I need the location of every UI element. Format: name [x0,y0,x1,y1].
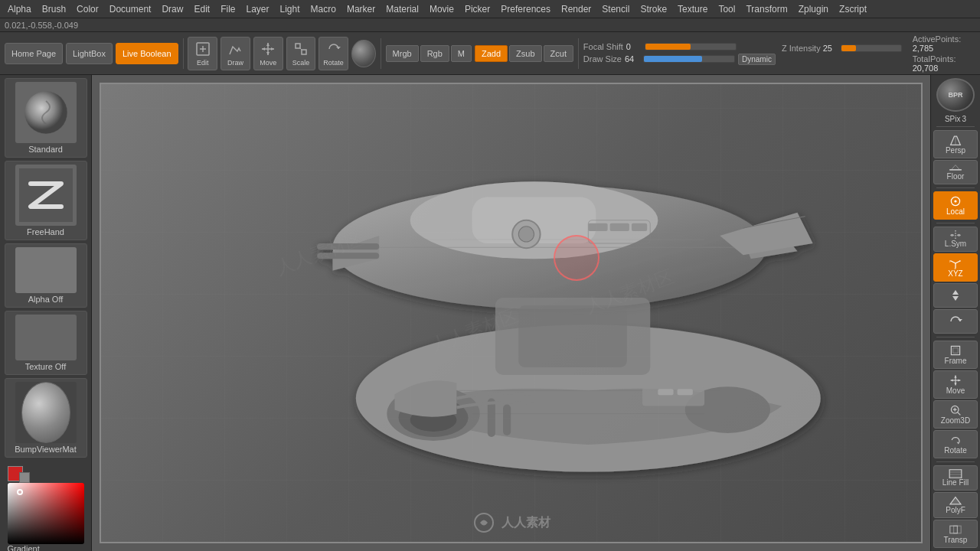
home-page-button[interactable]: Home Page [5,43,63,64]
bpr-button[interactable]: BPR [936,78,975,112]
menu-render[interactable]: Render [557,2,596,16]
focal-shift-track[interactable] [645,43,737,51]
xyz-button[interactable]: x y z XYZ [933,253,978,282]
dynamic-button[interactable]: Dynamic [738,54,776,65]
floor-icon [948,164,963,172]
svg-rect-23 [610,223,629,231]
material-label: BumpViewerMat [15,445,77,454]
color-gradient-picker[interactable] [8,483,84,544]
menu-zplugin[interactable]: Zplugin [794,2,833,16]
menu-brush[interactable]: Brush [38,2,70,16]
draw-button[interactable]: Draw [220,37,250,70]
up-down-button[interactable] [933,283,978,308]
edit-button[interactable]: Edit [188,37,217,70]
frame-button[interactable]: Frame [933,341,978,369]
material-item[interactable]: BumpViewerMat [5,378,87,458]
persp-icon [948,134,963,146]
menu-picker[interactable]: Picker [460,2,495,16]
svg-marker-65 [954,376,956,378]
ship-connector-detail [519,305,628,367]
alpha-off-preview [15,247,77,293]
menu-edit[interactable]: Edit [189,2,214,16]
transp-button[interactable]: Transp [933,520,978,548]
bpr-label: BPR [948,91,962,99]
menu-movie[interactable]: Movie [425,2,459,16]
z-toggle-group: Zadd Zsub Zcut [475,45,573,62]
lightbox-button[interactable]: LightBox [66,43,113,64]
alpha-off-item[interactable]: Alpha Off [5,243,87,308]
scale-button[interactable]: Scale [286,37,316,70]
menu-document[interactable]: Document [105,2,156,16]
menu-transform[interactable]: Transform [741,2,792,16]
focal-shift-label: Focal Shift [583,42,623,51]
rgb-button[interactable]: Rgb [420,45,449,62]
zoom3d-icon [948,404,963,416]
move-button[interactable]: Move [253,37,283,70]
standard-brush-item[interactable]: Standard [5,78,87,158]
polyf-icon [947,496,964,506]
persp-button[interactable]: Persp [933,130,978,158]
svg-marker-10 [336,47,341,49]
menu-marker[interactable]: Marker [342,2,380,16]
spix-label: SPix [945,115,961,123]
svg-line-9 [300,48,302,50]
draw-icon [227,41,243,57]
watermark-logo [472,511,495,534]
rgb-toggle-group: Mrgb Rgb M [386,45,472,62]
menu-light[interactable]: Light [276,2,305,16]
local-button[interactable]: Local [933,191,978,220]
menu-stroke[interactable]: Stroke [635,2,671,16]
menu-zscript[interactable]: Zscript [835,2,871,16]
left-panel: Standard FreeHand Alpha Off Texture Off [0,75,92,551]
zadd-button[interactable]: Zadd [475,45,508,62]
menu-alpha[interactable]: Alpha [3,2,36,16]
zsub-button[interactable]: Zsub [509,45,541,62]
menu-macro[interactable]: Macro [306,2,341,16]
material-preview [15,382,77,443]
svg-rect-24 [632,223,647,231]
floor-button[interactable]: Floor [933,160,978,184]
color-sphere[interactable] [351,40,376,67]
texture-off-item[interactable]: Texture Off [5,311,87,375]
rotate-button[interactable]: Rotate [318,37,348,70]
menu-tool[interactable]: Tool [714,2,740,16]
draw-size-track[interactable] [643,55,735,63]
freehand-brush-preview [15,165,77,226]
mrgb-button[interactable]: Mrgb [386,45,419,62]
rotate3d-button[interactable]: Rotate [933,430,978,458]
svg-point-50 [954,200,956,202]
line-fill-button[interactable]: Line Fill [933,465,978,491]
menu-draw[interactable]: Draw [157,2,188,16]
menu-material[interactable]: Material [381,2,423,16]
scale-icon [292,41,309,57]
svg-rect-62 [953,348,958,353]
menu-file[interactable]: File [216,2,240,16]
texture-off-label: Texture Off [25,362,67,371]
move3d-button[interactable]: Move [933,370,978,399]
lsym-button[interactable]: L.Sym [933,227,978,253]
menu-preferences[interactable]: Preferences [496,2,555,16]
freehand-brush-item[interactable]: FreeHand [5,161,87,240]
lsym-label: L.Sym [945,240,966,248]
focal-shift-fill [645,44,691,50]
live-boolean-button[interactable]: Live Boolean [116,43,178,64]
spacer [782,55,902,63]
xyz-label: XYZ [948,269,962,278]
menu-stencil[interactable]: Stencil [597,2,634,16]
zcut-button[interactable]: Zcut [544,45,573,62]
line-fill-label: Line Fill [942,478,969,487]
polyf-button[interactable]: PolyF [933,492,978,518]
color-picker-area: Gradient [5,461,87,551]
canvas-area[interactable]: 人人素材区 人人素材区 人人素材区 人人素材 [92,75,930,551]
zoom3d-button[interactable]: Zoom3D [933,400,978,429]
menu-layer[interactable]: Layer [242,2,274,16]
refresh-button[interactable] [933,309,978,334]
svg-rect-7 [296,44,300,48]
m-button[interactable]: M [451,45,472,62]
focal-shift-slider-container [645,43,737,51]
secondary-color-swatch[interactable] [19,472,30,483]
menu-texture[interactable]: Texture [673,2,712,16]
menu-color[interactable]: Color [72,2,103,16]
z-intensity-track[interactable] [841,44,902,52]
frame-icon [948,344,963,357]
